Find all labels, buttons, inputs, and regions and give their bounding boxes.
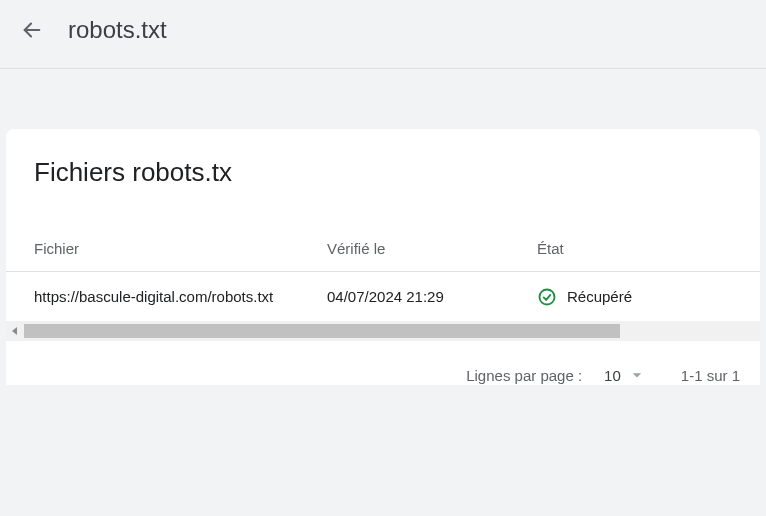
- horizontal-scrollbar[interactable]: [6, 321, 760, 341]
- page-range: 1-1 sur 1: [681, 367, 740, 384]
- rows-per-page-value: 10: [604, 367, 621, 384]
- cell-verified: 04/07/2024 21:29: [327, 288, 537, 305]
- page-header: robots.txt: [0, 0, 766, 69]
- scroll-left-button[interactable]: [6, 322, 24, 340]
- triangle-left-icon: [11, 326, 19, 336]
- check-circle-icon: [537, 287, 557, 307]
- svg-marker-2: [12, 327, 17, 335]
- table-row[interactable]: https://bascule-digital.com/robots.txt 0…: [6, 272, 760, 321]
- dropdown-icon: [627, 365, 647, 385]
- svg-marker-3: [633, 373, 641, 377]
- card-title: Fichiers robots.tx: [6, 129, 760, 228]
- cell-file: https://bascule-digital.com/robots.txt: [34, 286, 327, 307]
- back-button[interactable]: [20, 18, 44, 42]
- column-header-verified: Vérifié le: [327, 240, 537, 257]
- column-header-file: Fichier: [34, 240, 327, 257]
- cell-status: Récupéré: [537, 287, 732, 307]
- robots-table: Fichier Vérifié le État https://bascule-…: [6, 228, 760, 321]
- rows-per-page-label: Lignes par page :: [466, 367, 582, 384]
- pagination-bar: Lignes par page : 10 1-1 sur 1: [6, 341, 760, 385]
- page-title: robots.txt: [68, 16, 167, 44]
- table-header-row: Fichier Vérifié le État: [6, 228, 760, 272]
- robots-card: Fichiers robots.tx Fichier Vérifié le Ét…: [6, 129, 760, 321]
- scroll-thumb[interactable]: [24, 324, 620, 338]
- column-header-status: État: [537, 240, 732, 257]
- rows-per-page-select[interactable]: 10: [596, 365, 647, 385]
- svg-point-1: [540, 289, 555, 304]
- status-text: Récupéré: [567, 288, 632, 305]
- arrow-left-icon: [21, 19, 43, 41]
